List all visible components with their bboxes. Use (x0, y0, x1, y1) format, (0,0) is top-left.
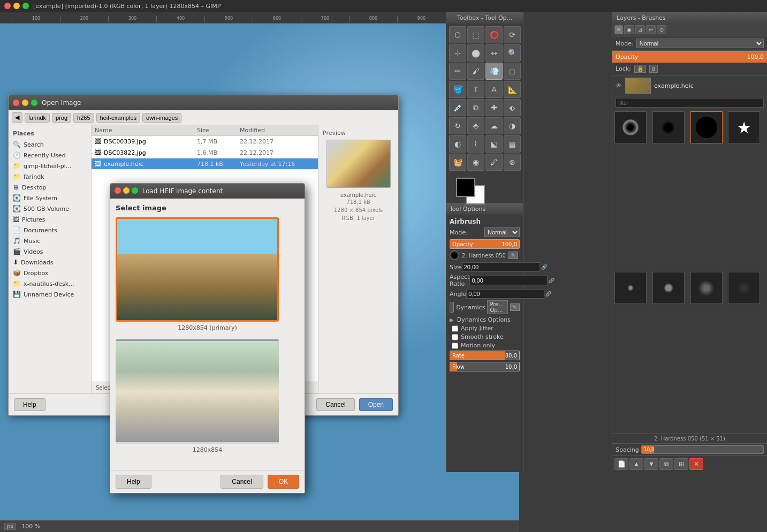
help-button[interactable]: Help (14, 398, 45, 411)
tool-bucket[interactable]: 🧺 (449, 154, 466, 171)
delete-layer-button[interactable]: ✕ (689, 458, 703, 470)
col-name-header[interactable]: Name (95, 127, 197, 134)
tool-convolve[interactable]: ◉ (467, 154, 484, 171)
tool-text[interactable]: T (467, 81, 484, 98)
brush-cell[interactable] (614, 111, 647, 143)
dialog-max-button[interactable] (31, 100, 37, 106)
tool-smudge[interactable]: ☁ (485, 117, 503, 134)
tool-color-picker[interactable]: 💉 (449, 99, 466, 116)
brush-cell[interactable] (614, 272, 647, 304)
tool-scale[interactable]: ↔ (485, 44, 503, 62)
places-downloads[interactable]: ⬇ Downloads (9, 257, 91, 268)
heif-min-button[interactable] (123, 187, 130, 194)
tool-zoom[interactable]: 🔍 (504, 44, 521, 62)
layer-visibility-toggle[interactable]: 👁 (616, 82, 622, 89)
places-farindk[interactable]: 📁 farindk (9, 171, 91, 182)
brush-cell[interactable] (690, 272, 723, 304)
tool-pencil[interactable]: ✏ (449, 63, 466, 80)
places-nautilus[interactable]: 📁 x-nautilus-desk... (9, 278, 91, 289)
brush-edit-button[interactable]: ✎ (508, 252, 518, 259)
places-documents[interactable]: 📄 Documents (9, 225, 91, 235)
tool-blend[interactable]: ▦ (504, 135, 521, 153)
undo-tab[interactable]: ⊙ (657, 25, 666, 34)
dynamics-options-title[interactable]: Dynamics Options (457, 316, 511, 323)
lock-pixels-button[interactable]: 🔒 (634, 65, 646, 73)
smooth-stroke-checkbox[interactable] (452, 334, 458, 340)
brush-cell[interactable] (728, 272, 760, 304)
breadcrumb-own-images[interactable]: own-images (142, 113, 181, 123)
tool-free-select[interactable]: ⬡ (449, 26, 466, 43)
image-option-1[interactable]: 1280x854 (primary) (116, 217, 299, 331)
maximize-button[interactable] (22, 3, 29, 9)
merge-button[interactable]: ⊞ (674, 458, 688, 470)
tool-warps[interactable]: ⌇ (467, 135, 484, 153)
spacing-bar[interactable]: 10,0 (641, 445, 764, 454)
rate-bar[interactable]: Rate 80,0 (450, 351, 520, 360)
layer-name[interactable]: example.heic (654, 82, 764, 89)
apply-jitter-checkbox[interactable] (452, 325, 458, 332)
tool-burn[interactable]: ◐ (449, 135, 466, 153)
motion-only-checkbox[interactable] (452, 343, 458, 349)
breadcrumb-heif-examples[interactable]: heif-examples (96, 113, 140, 123)
unit-display[interactable]: px (4, 523, 16, 530)
open-button[interactable]: Open (359, 398, 393, 411)
col-modified-header[interactable]: Modified (240, 127, 315, 134)
breadcrumb-prog[interactable]: prog (52, 113, 71, 123)
layers-tab[interactable]: ≡ (614, 25, 623, 34)
places-music[interactable]: 🎵 Music (9, 235, 91, 246)
tool-transform[interactable]: ⟳ (504, 26, 521, 43)
close-button[interactable] (4, 3, 11, 9)
heif-max-button[interactable] (132, 187, 138, 194)
new-layer-button[interactable]: 📄 (614, 458, 628, 470)
size-input[interactable]: 20,00 (462, 262, 540, 272)
minimize-button[interactable] (13, 3, 20, 9)
tool-fill[interactable]: 🪣 (449, 81, 466, 98)
tool-extra[interactable]: ⊗ (504, 154, 521, 171)
tool-cage[interactable]: ⬕ (485, 135, 503, 153)
tool-ink[interactable]: 🖊 (485, 154, 503, 171)
heif-help-button[interactable]: Help (116, 475, 151, 489)
places-filesystem[interactable]: 💽 File System (9, 193, 91, 203)
channels-tab[interactable]: ◉ (624, 25, 634, 34)
move-down-button[interactable]: ▼ (644, 458, 658, 470)
heif-ok-button[interactable]: OK (268, 475, 299, 489)
tool-measure[interactable]: 📐 (504, 81, 521, 98)
heif-cancel-button[interactable]: Cancel (221, 475, 263, 489)
places-videos[interactable]: 🎬 Videos (9, 246, 91, 257)
cancel-button[interactable]: Cancel (316, 398, 354, 411)
history-tab[interactable]: ↩ (646, 25, 656, 34)
paths-tab[interactable]: ⊿ (635, 25, 645, 34)
tool-crop[interactable]: ⬤ (467, 44, 484, 62)
foreground-color-swatch[interactable] (456, 178, 475, 197)
tool-ellipse-select[interactable]: ⭕ (485, 26, 503, 43)
tool-clone[interactable]: ⧉ (467, 99, 484, 116)
places-dropbox[interactable]: 📦 Dropbox (9, 268, 91, 278)
heif-close-button[interactable] (115, 187, 121, 194)
flow-bar[interactable]: Flow 10,0 (450, 362, 520, 371)
heif-window-controls[interactable] (115, 187, 138, 195)
places-search[interactable]: 🔍 Search (9, 139, 91, 150)
brush-filter-input[interactable] (616, 98, 764, 108)
tool-dodge[interactable]: ◑ (504, 117, 521, 134)
brush-cell[interactable] (652, 272, 685, 304)
duplicate-button[interactable]: ⧉ (659, 458, 673, 470)
col-size-header[interactable]: Size (197, 127, 240, 134)
dialog-window-controls[interactable] (13, 100, 37, 106)
lock-alpha-button[interactable]: α (649, 65, 658, 73)
file-row[interactable]: 🖼 DSC00339.jpg 1,7 MB 22.12.2017 (92, 136, 318, 147)
window-controls[interactable] (4, 3, 29, 9)
places-recently-used[interactable]: 🕐 Recently Used (9, 150, 91, 161)
tool-rect-select[interactable]: ⬚ (467, 26, 484, 43)
move-up-button[interactable]: ▲ (629, 458, 643, 470)
brush-cell[interactable]: ★ (728, 111, 760, 143)
places-pictures[interactable]: 🖼 Pictures (9, 214, 91, 225)
opacity-bar[interactable]: Opacity 100,0 (450, 239, 520, 249)
tool-move[interactable]: ⊹ (449, 44, 466, 62)
angle-input[interactable]: 0,00 (466, 289, 544, 299)
places-500gb[interactable]: 💽 500 GB Volume (9, 203, 91, 214)
dialog-close-button[interactable] (13, 100, 19, 106)
angle-link[interactable]: 🔗 (545, 291, 551, 297)
aspect-link[interactable]: 🔗 (549, 278, 555, 283)
nav-back-button[interactable]: ◀ (12, 112, 22, 123)
tool-shear[interactable]: ⬘ (467, 117, 484, 134)
